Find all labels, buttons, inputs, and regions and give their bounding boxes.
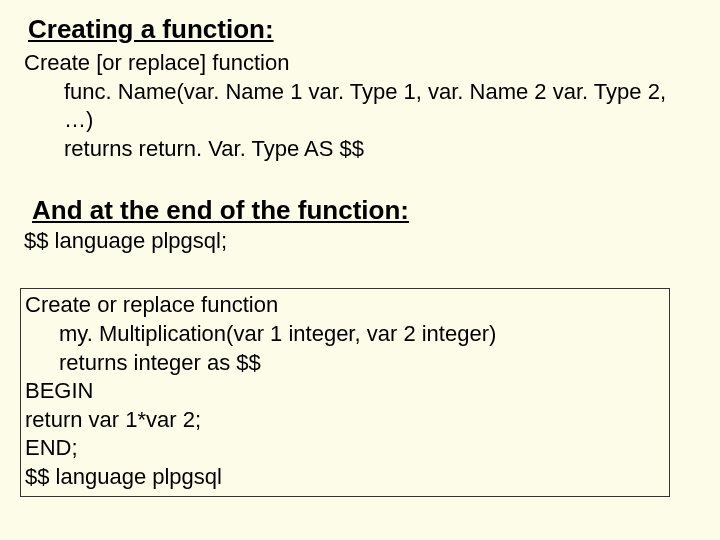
section1-line3: returns return. Var. Type AS $$ — [64, 135, 698, 164]
section1-heading: Creating a function: — [28, 14, 698, 45]
section2-block: $$ language plpgsql; — [24, 228, 698, 254]
code-line-1: Create or replace function — [25, 291, 665, 320]
section2-line1: $$ language plpgsql; — [24, 228, 698, 254]
code-line-7: $$ language plpgsql — [25, 463, 665, 492]
section1-line1: Create [or replace] function — [24, 49, 698, 78]
code-line-2: my. Multiplication(var 1 integer, var 2 … — [59, 320, 665, 349]
code-line-3: returns integer as $$ — [59, 349, 665, 378]
section1-line2: func. Name(var. Name 1 var. Type 1, var.… — [64, 78, 698, 135]
code-example-box: Create or replace function my. Multiplic… — [20, 288, 670, 496]
code-line-4: BEGIN — [25, 377, 665, 406]
section1-block: Create [or replace] function func. Name(… — [24, 49, 698, 163]
code-line-6: END; — [25, 434, 665, 463]
section2-heading: And at the end of the function: — [32, 195, 698, 226]
code-line-5: return var 1*var 2; — [25, 406, 665, 435]
